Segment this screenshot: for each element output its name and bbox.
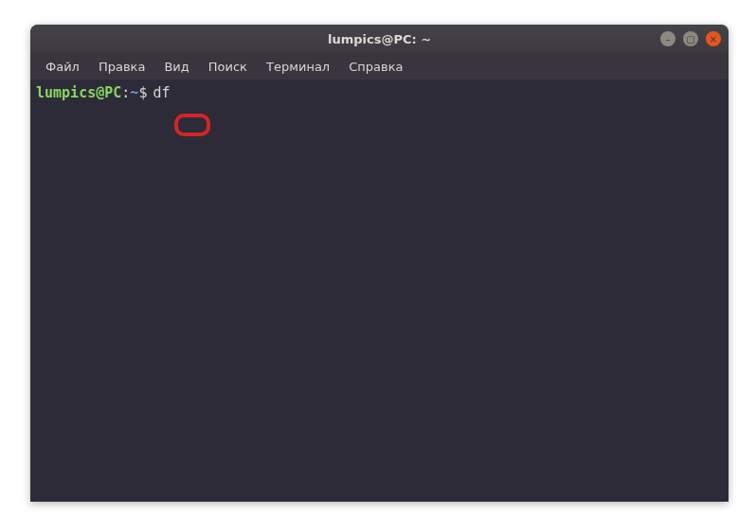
menu-terminal[interactable]: Терминал	[257, 56, 339, 78]
menu-view[interactable]: Вид	[154, 56, 198, 78]
prompt-path: ~	[130, 83, 138, 102]
menubar: Файл Правка Вид Поиск Терминал Справка	[30, 53, 729, 80]
window-controls: – ▢ ×	[660, 31, 721, 46]
titlebar[interactable]: lumpics@PC: ~ – ▢ ×	[30, 25, 729, 53]
prompt-line: lumpics@PC : ~ $ df	[36, 83, 723, 102]
minimize-icon: –	[666, 34, 671, 44]
prompt-user-host: lumpics@PC	[36, 83, 121, 102]
maximize-icon: ▢	[686, 34, 694, 44]
minimize-button[interactable]: –	[660, 31, 675, 46]
menu-search[interactable]: Поиск	[199, 56, 257, 78]
window-title: lumpics@PC: ~	[30, 32, 729, 46]
prompt-symbol: $	[138, 83, 147, 102]
maximize-button[interactable]: ▢	[683, 31, 698, 46]
menu-edit[interactable]: Правка	[89, 56, 154, 78]
close-button[interactable]: ×	[706, 31, 721, 46]
menu-file[interactable]: Файл	[36, 56, 89, 78]
menu-help[interactable]: Справка	[339, 56, 412, 78]
terminal-body[interactable]: lumpics@PC : ~ $ df	[30, 80, 729, 106]
close-icon: ×	[710, 34, 717, 44]
prompt-colon: :	[121, 83, 130, 102]
terminal-window: lumpics@PC: ~ – ▢ × Файл Правка Вид Поис…	[30, 25, 729, 502]
command-input[interactable]: df	[153, 83, 170, 102]
annotation-highlight	[174, 114, 210, 136]
